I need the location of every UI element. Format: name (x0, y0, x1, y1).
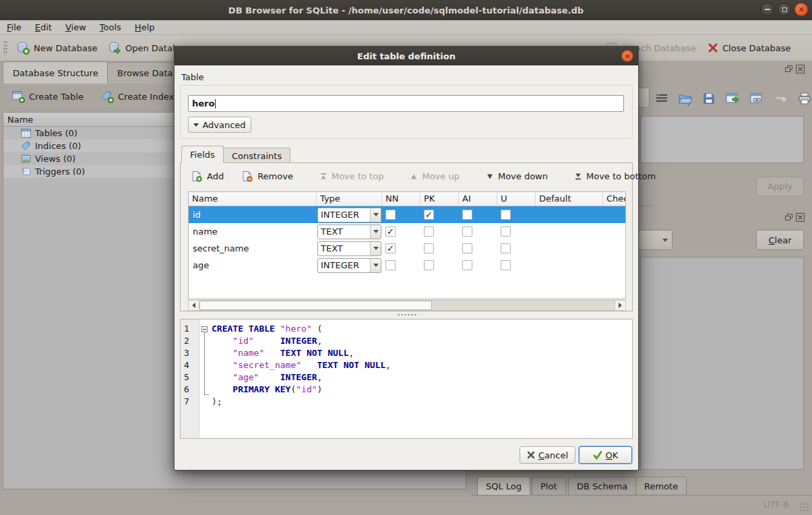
move-down-button[interactable]: Move down (487, 171, 548, 182)
col-header-u[interactable]: U (497, 192, 536, 206)
pk-checkbox[interactable] (424, 243, 434, 253)
nn-checkbox[interactable] (385, 260, 396, 270)
external-edit-icon[interactable] (725, 92, 740, 105)
move-to-bottom-button[interactable]: Move to bottom (575, 171, 656, 182)
close-database-button[interactable]: Close Database (708, 38, 791, 58)
nn-checkbox[interactable] (385, 210, 396, 220)
wrap-lines-icon[interactable] (655, 92, 668, 105)
col-header-ai[interactable]: AI (459, 192, 497, 206)
menu-edit[interactable]: Edit (28, 21, 59, 34)
tab-db-schema[interactable]: DB Schema (568, 477, 636, 495)
window-resize-grip[interactable] (799, 502, 810, 513)
dock-close-icon[interactable] (796, 65, 805, 73)
remove-field-button[interactable]: Remove (241, 171, 293, 182)
col-header-default[interactable]: Default (536, 192, 603, 206)
type-combobox[interactable]: TEXT (317, 224, 381, 239)
default-cell[interactable] (536, 206, 603, 223)
ai-checkbox[interactable] (462, 210, 472, 220)
close-button[interactable]: ✕ (794, 3, 808, 16)
check-cell[interactable] (603, 257, 626, 274)
clear-log-button[interactable]: Clear (756, 230, 804, 250)
type-combobox[interactable]: INTEGER (317, 258, 381, 273)
check-cell[interactable] (603, 206, 626, 223)
field-name[interactable]: age (189, 257, 317, 274)
type-combobox[interactable]: TEXT (317, 241, 381, 256)
tab-fields[interactable]: Fields (181, 146, 224, 163)
pk-checkbox[interactable] (424, 210, 434, 220)
pk-checkbox[interactable] (424, 226, 434, 237)
dialog-title-bar[interactable]: Edit table definition ✕ (175, 47, 638, 65)
type-combobox[interactable]: INTEGER (317, 208, 381, 222)
add-field-button[interactable]: Add (191, 171, 224, 182)
tab-remote[interactable]: Remote (635, 477, 687, 495)
tab-sql-log[interactable]: SQL Log (477, 477, 530, 495)
tab-browse-data[interactable]: Browse Data (107, 62, 183, 84)
table-name-input[interactable]: hero (188, 95, 624, 112)
scrollbar-thumb[interactable] (199, 301, 432, 310)
cancel-button[interactable]: Cancel (520, 446, 575, 464)
check-cell[interactable] (603, 240, 626, 257)
link-data-icon[interactable] (749, 92, 764, 105)
col-header-pk[interactable]: PK (420, 192, 459, 206)
sql-log-view[interactable] (640, 257, 804, 470)
menu-view[interactable]: View (59, 21, 93, 34)
ai-checkbox[interactable] (462, 260, 472, 270)
field-row-age[interactable]: age INTEGER (189, 257, 625, 274)
col-header-type[interactable]: Type (317, 192, 382, 206)
dialog-close-button[interactable]: ✕ (621, 50, 633, 62)
nn-checkbox[interactable] (385, 243, 396, 253)
field-row-secret-name[interactable]: secret_name TEXT (189, 240, 625, 257)
ai-checkbox[interactable] (462, 226, 472, 237)
menu-tools[interactable]: Tools (93, 21, 128, 34)
scrollbar-track[interactable] (199, 301, 615, 310)
check-cell[interactable] (603, 223, 626, 240)
maximize-button[interactable] (778, 3, 791, 16)
field-name[interactable]: name (189, 223, 317, 240)
create-table-button[interactable]: Create Table (12, 90, 84, 103)
pk-checkbox[interactable] (424, 260, 434, 270)
chevron-down-icon (193, 123, 199, 127)
tab-plot[interactable]: Plot (532, 477, 566, 495)
default-cell[interactable] (536, 257, 603, 274)
open-file-icon[interactable] (678, 91, 693, 106)
tab-constraints[interactable]: Constraints (223, 148, 290, 163)
field-row-id[interactable]: id INTEGER (189, 206, 625, 223)
col-header-check[interactable]: Check (603, 192, 626, 206)
u-checkbox[interactable] (501, 210, 511, 220)
minimize-button[interactable] (761, 3, 774, 16)
tab-database-structure[interactable]: Database Structure (3, 61, 108, 84)
sql-preview[interactable]: 1234567 CREATE TABLE "hero" ( "id" INTEG… (180, 319, 633, 439)
toolbar-grip[interactable] (3, 40, 7, 55)
field-name[interactable]: secret_name (189, 240, 317, 257)
dock-float-icon[interactable] (784, 213, 793, 222)
menu-help[interactable]: Help (128, 21, 162, 34)
ok-button[interactable]: OK (579, 446, 632, 464)
print-icon[interactable] (798, 92, 811, 105)
nn-checkbox[interactable] (385, 226, 396, 237)
u-checkbox[interactable] (501, 226, 511, 237)
default-cell[interactable] (536, 240, 603, 257)
new-database-button[interactable]: New Database (16, 38, 98, 58)
u-checkbox[interactable] (501, 260, 511, 270)
dialog-splitter-handle[interactable] (397, 313, 417, 316)
fields-toolbar: Add Remove Move to top Move up (191, 171, 656, 182)
dock-close-icon[interactable] (796, 213, 805, 222)
dock-float-icon[interactable] (784, 65, 793, 73)
menu-file[interactable]: File (0, 21, 28, 34)
scroll-left-button[interactable] (189, 301, 199, 310)
create-index-button[interactable]: Create Index (101, 90, 174, 103)
default-cell[interactable] (536, 223, 603, 240)
fields-hscrollbar[interactable] (188, 300, 626, 311)
title-bar[interactable]: DB Browser for SQLite - /home/user/code/… (0, 0, 812, 20)
field-name[interactable]: id (189, 206, 317, 223)
advanced-button[interactable]: Advanced (188, 117, 251, 133)
cell-editor-textarea[interactable] (640, 116, 804, 163)
field-row-name[interactable]: name TEXT (189, 223, 625, 240)
save-file-icon[interactable] (702, 92, 716, 105)
scroll-right-button[interactable] (615, 301, 625, 310)
u-checkbox[interactable] (501, 243, 511, 253)
col-header-nn[interactable]: NN (382, 192, 420, 206)
fold-marker-icon[interactable] (201, 326, 208, 332)
col-header-name[interactable]: Name (189, 192, 317, 206)
ai-checkbox[interactable] (462, 243, 472, 253)
